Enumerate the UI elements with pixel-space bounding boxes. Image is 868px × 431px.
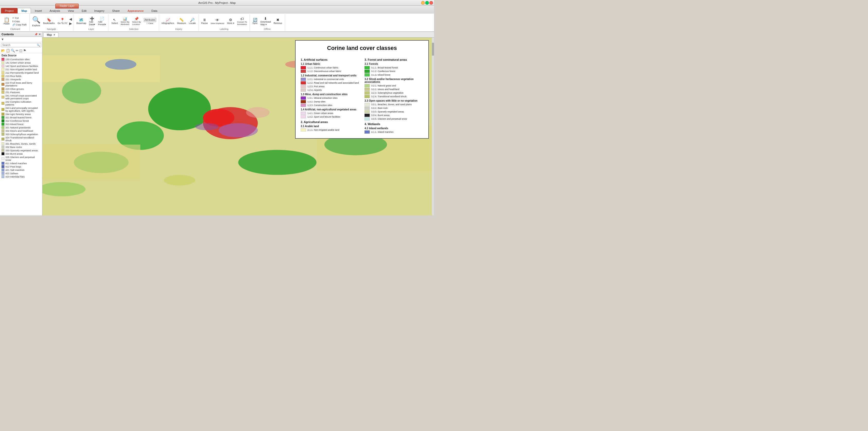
legend-item: 1.3.1. Mineral extraction sites [301,96,360,100]
view-unplaced-button[interactable]: 👁 View Unplaced [209,18,225,25]
edit-icon[interactable]: ✏ [16,49,19,53]
tab-edit[interactable]: Edit [78,8,90,13]
layer-item[interactable]: 313 Mixed forest [0,122,42,126]
layer-item[interactable]: 221 Vineyards [0,78,42,81]
search-input[interactable] [1,43,36,47]
list-by-source-icon[interactable]: 📂 [1,49,5,53]
layer-item[interactable]: 311 Broad-leaved forest [0,116,42,119]
swatch [301,112,306,115]
go-to-xy-icon: 📍 [60,18,65,22]
sync-button[interactable]: 🔄 Sync [251,18,258,25]
copy-button[interactable]: ⎘ Copy [11,20,28,23]
close-panel-icon[interactable]: ✕ [39,33,41,36]
layer-item[interactable]: 241 Annual crops associated with permane… [0,94,42,100]
close-button[interactable] [429,1,433,5]
tab-data[interactable]: Data [147,8,161,13]
tab-share[interactable]: Share [108,8,123,13]
attributes-button[interactable]: Attributes □ Clear [143,18,157,25]
layer-item[interactable]: 242 Complex cultivation patterns [0,100,42,106]
select-icon[interactable]: ◫ [19,49,22,53]
copy-path-button[interactable]: 🔗 Copy Path [11,23,28,26]
layer-item[interactable]: 213 Rice fields [0,74,42,78]
measure-button[interactable]: 📏 Measure [176,18,187,25]
layer-item[interactable]: 312 Coniferous forest [0,119,42,122]
layer-item[interactable]: 321 Natural grasslands [0,126,42,129]
explore-button[interactable]: 🔍 Explore [31,16,41,27]
search-button[interactable]: 🔍 [36,43,41,47]
layer-item[interactable]: 332 Bare rocks [0,145,42,149]
layer-item[interactable]: 244 Agro forestry areas [0,113,42,116]
map-tab-close[interactable]: × [54,33,55,36]
maximize-button[interactable] [425,1,429,5]
tab-analysis[interactable]: Analysis [46,8,64,13]
tab-appearance[interactable]: Appearance [123,8,147,13]
layer-item[interactable]: 211 Non-irrigated arable land [0,68,42,71]
map-tab[interactable]: Map × [43,32,58,37]
remove-button[interactable]: ✖ Remove [273,18,283,25]
view-unplaced-icon: 👁 [216,18,219,22]
layer-color-swatch [2,68,4,71]
tab-raster-layer[interactable]: Raster Layer [55,4,79,8]
flag-icon[interactable]: ⚑ [23,49,26,53]
layer-item[interactable]: 421 Salt marshes [0,168,42,172]
section3-header: 3. Forest and seminatural areas [365,58,423,61]
filter-layers-icon[interactable]: 🔍 [11,49,15,53]
layer-item[interactable]: 212 Permanently irrigated land [0,71,42,74]
layer-item[interactable]: 412 Peat bogs [0,165,42,168]
convert-to-annotation-button[interactable]: 🏷 Convert ToAnnotation [236,17,248,26]
add-data-button[interactable]: ➕ AddData▾ [88,16,96,26]
layer-item[interactable]: 323 Sclerophyllous vegetation [0,132,42,136]
layer-item[interactable]: 243 Land principally occupied by agricul… [0,106,42,113]
minimize-button[interactable] [421,1,425,5]
map-canvas[interactable]: Corine land cover classes 1. Artificial … [42,37,434,215]
pause-button[interactable]: ⏸ Pause [200,18,209,25]
go-to-xy-button[interactable]: 📍 Go To XY [57,18,68,25]
layer-item[interactable]: 231 Pastures [0,91,42,94]
add-preset-button[interactable]: 📄 AddPreset▾ [97,16,107,26]
layer-item[interactable]: 331 Beaches, dunes, sands [0,142,42,145]
layer-item[interactable]: 223 Olive groves [0,87,42,91]
forward-button[interactable]: ▶ [69,21,72,26]
scroll-thumb[interactable] [432,43,434,56]
drawing-order-icon[interactable]: 📋 [6,49,10,53]
layer-item[interactable]: 333 Sparsely vegetated areas [0,149,42,152]
tab-map[interactable]: Map [18,8,31,13]
layer-item[interactable]: 411 Inland marshes [0,162,42,165]
tab-imagery[interactable]: Imagery [90,8,108,13]
layer-item[interactable]: 133 Construction sites [0,58,42,61]
select-by-location-button[interactable]: 📌 Select ByLocation [131,17,142,26]
back-button[interactable]: ◀ [69,17,72,21]
layer-item[interactable]: 142 Sport and leisure facilities [0,64,42,68]
layer-color-swatch [2,172,4,175]
layer-item[interactable]: 423 Intertidal flats [0,175,42,178]
more-button[interactable]: ⚙ More ▾ [226,18,236,25]
layer-label: 421 Salt marshes [5,168,25,172]
sub2-1-header: 2.1 Arable land [301,125,360,128]
legend-item: 3.1.1. Broad-leaved forest [365,66,423,69]
filter-icon[interactable]: ▼ [1,37,4,41]
bookmarks-button[interactable]: 🔖 Bookmarks [42,18,56,25]
layer-item[interactable]: 141 Green urban areas [0,61,42,64]
ribbon: Raster Layer Project Map Insert Analysis… [0,6,434,32]
paste-button[interactable]: 📋 Paste [3,17,10,26]
layer-item[interactable]: 222 Fruit trees and berry plantations [0,81,42,87]
cut-button[interactable]: ✂ Cut [11,17,28,20]
layer-item[interactable]: 324 Transitional woodland-shrub [0,136,42,142]
layer-item[interactable]: 322 Moors and heathland [0,129,42,132]
tab-view[interactable]: View [64,8,78,13]
section4-header: 4. Wetlands [365,122,423,126]
basemap-button[interactable]: 🗺️ Basemap [75,18,87,25]
select-button[interactable]: ↖ Select [111,18,119,25]
download-map-button[interactable]: ⬇ DownloadMap ▾ [259,16,272,26]
legend-item: 3.2.4. Transitional woodland shrub [365,95,423,98]
layer-label: 333 Sparsely vegetated areas [5,149,38,152]
locate-button[interactable]: 🔎 Locate [188,18,197,25]
tab-project[interactable]: Project [1,8,18,13]
select-by-attributes-button[interactable]: 📊 Select ByAttributes [120,17,130,26]
layer-item[interactable]: 335 Glaciers and perpetual snow [0,155,42,162]
pin-icon[interactable]: 📌 [34,33,37,36]
layer-item[interactable]: 422 Salines [0,172,42,175]
infographics-button[interactable]: 📈 Infographics [160,18,175,25]
tab-insert[interactable]: Insert [31,8,46,13]
layer-item[interactable]: 334 Burnt areas [0,152,42,155]
